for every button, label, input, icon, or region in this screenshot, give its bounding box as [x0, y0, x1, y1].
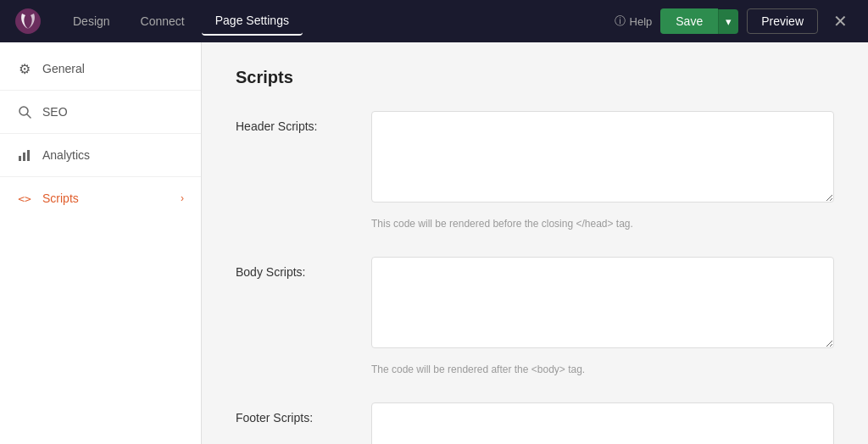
logo-icon	[14, 7, 42, 36]
content-area: Scripts Header Scripts: This code will b…	[202, 42, 868, 444]
header-scripts-textarea[interactable]	[371, 111, 834, 203]
save-btn-group: Save ▾	[660, 8, 738, 34]
footer-scripts-field	[371, 402, 834, 444]
chevron-right-icon: ›	[181, 192, 184, 204]
body-scripts-field	[371, 257, 834, 352]
main-layout: ⚙ General SEO Analytics	[0, 42, 868, 444]
section-title: Scripts	[236, 68, 834, 87]
footer-scripts-textarea[interactable]	[371, 402, 834, 444]
sidebar-label-general: General	[42, 62, 85, 75]
sidebar-item-analytics[interactable]: Analytics	[0, 136, 201, 175]
svg-rect-3	[23, 153, 25, 161]
gear-icon: ⚙	[17, 61, 32, 76]
help-label: Help	[630, 15, 653, 28]
sidebar: ⚙ General SEO Analytics	[0, 42, 202, 444]
sidebar-divider-3	[0, 176, 201, 177]
footer-scripts-label: Footer Scripts:	[236, 402, 354, 425]
sidebar-divider-1	[0, 90, 201, 91]
header-scripts-label: Header Scripts:	[236, 111, 354, 133]
header-scripts-field	[371, 111, 834, 206]
header-scripts-hint: This code will be rendered before the cl…	[371, 218, 633, 230]
header-scripts-row: Header Scripts:	[236, 111, 834, 206]
sidebar-item-seo[interactable]: SEO	[0, 92, 201, 131]
sidebar-label-analytics: Analytics	[42, 148, 90, 162]
nav-tab-design[interactable]: Design	[59, 8, 124, 35]
footer-scripts-row: Footer Scripts:	[236, 402, 834, 444]
header-scripts-hint-row: This code will be rendered before the cl…	[236, 213, 834, 250]
code-icon: <>	[17, 191, 32, 206]
nav-tab-page-settings[interactable]: Page Settings	[202, 7, 303, 36]
svg-rect-4	[27, 150, 30, 161]
body-scripts-label: Body Scripts:	[236, 257, 354, 279]
nav-tabs: Design Connect Page Settings	[59, 7, 615, 36]
nav-tab-connect[interactable]: Connect	[127, 8, 198, 35]
svg-line-1	[27, 114, 31, 118]
save-button[interactable]: Save	[660, 8, 718, 34]
nav-right: ⓘ Help Save ▾ Preview ✕	[615, 8, 854, 35]
body-scripts-row: Body Scripts:	[236, 257, 834, 352]
svg-rect-2	[19, 156, 21, 161]
help-icon: ⓘ	[615, 14, 626, 29]
top-nav: Design Connect Page Settings ⓘ Help Save…	[0, 0, 868, 42]
sidebar-label-seo: SEO	[42, 105, 68, 119]
body-scripts-hint: The code will be rendered after the <bod…	[371, 364, 585, 375]
sidebar-item-general[interactable]: ⚙ General	[0, 49, 201, 88]
save-dropdown-button[interactable]: ▾	[718, 9, 738, 34]
chevron-down-icon: ▾	[726, 15, 732, 28]
analytics-icon	[17, 147, 32, 163]
sidebar-item-scripts[interactable]: <> Scripts ›	[0, 179, 201, 218]
search-icon	[17, 104, 32, 119]
close-button[interactable]: ✕	[826, 8, 854, 35]
help-button[interactable]: ⓘ Help	[615, 14, 653, 29]
sidebar-divider-2	[0, 133, 201, 134]
sidebar-label-scripts: Scripts	[42, 191, 79, 205]
preview-button[interactable]: Preview	[747, 8, 818, 34]
body-scripts-hint-row: The code will be rendered after the <bod…	[236, 358, 834, 396]
body-scripts-textarea[interactable]	[371, 257, 834, 348]
